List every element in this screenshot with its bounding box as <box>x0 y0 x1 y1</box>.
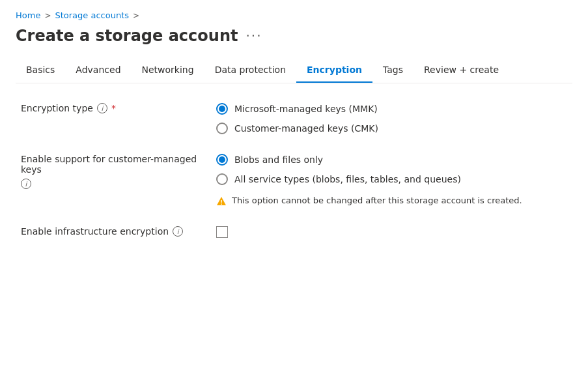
warning-text: This option cannot be changed after this… <box>232 196 522 205</box>
blobs-files-radio-option[interactable]: Blobs and files only <box>216 154 522 166</box>
breadcrumb-home[interactable]: Home <box>16 10 40 20</box>
cmk-radio-input[interactable] <box>216 123 228 134</box>
infrastructure-encryption-label-col: Enable infrastructure encryption i <box>21 225 203 237</box>
mmk-radio-label: Microsoft-managed keys (MMK) <box>234 104 378 114</box>
infrastructure-encryption-control <box>216 225 228 238</box>
infrastructure-encryption-info-icon[interactable]: i <box>173 226 183 237</box>
tab-advanced[interactable]: Advanced <box>65 58 131 83</box>
mmk-radio-input[interactable] <box>216 103 228 115</box>
encryption-type-required: * <box>111 103 116 113</box>
mmk-radio-option[interactable]: Microsoft-managed keys (MMK) <box>216 103 378 115</box>
breadcrumb-sep-1: > <box>44 11 51 20</box>
breadcrumb: Home > Storage accounts > <box>16 10 572 20</box>
tab-networking[interactable]: Networking <box>132 58 204 83</box>
customer-managed-keys-label-col: Enable support for customer-managed keys… <box>21 153 203 189</box>
encryption-form: Encryption type i * Microsoft-managed ke… <box>16 102 572 238</box>
encryption-type-row: Encryption type i * Microsoft-managed ke… <box>21 102 567 134</box>
breadcrumb-sep-2: > <box>133 11 139 20</box>
cmk-radio-label: Customer-managed keys (CMK) <box>234 123 378 134</box>
encryption-type-label: Encryption type <box>21 103 93 113</box>
page-title-row: Create a storage account ··· <box>16 27 572 45</box>
warning-row: ! This option cannot be changed after th… <box>216 196 522 207</box>
svg-text:!: ! <box>220 200 223 206</box>
encryption-type-info-icon[interactable]: i <box>97 103 107 113</box>
blobs-files-radio-input[interactable] <box>216 154 228 166</box>
tab-review-create[interactable]: Review + create <box>413 58 509 83</box>
tab-encryption[interactable]: Encryption <box>296 58 372 83</box>
page-title: Create a storage account <box>16 27 238 45</box>
infrastructure-encryption-label: Enable infrastructure encryption <box>21 226 169 237</box>
infrastructure-encryption-row: Enable infrastructure encryption i <box>21 225 567 238</box>
all-services-radio-option[interactable]: All service types (blobs, files, tables,… <box>216 173 522 185</box>
customer-managed-keys-row: Enable support for customer-managed keys… <box>21 153 567 207</box>
title-more-options[interactable]: ··· <box>245 28 262 44</box>
all-services-radio-label: All service types (blobs, files, tables,… <box>234 174 461 184</box>
customer-managed-keys-label: Enable support for customer-managed keys <box>21 154 197 175</box>
cmk-radio-option[interactable]: Customer-managed keys (CMK) <box>216 123 378 134</box>
tab-basics[interactable]: Basics <box>16 58 65 83</box>
infrastructure-encryption-checkbox[interactable] <box>216 226 228 238</box>
encryption-type-label-col: Encryption type i * <box>21 102 203 113</box>
all-services-radio-input[interactable] <box>216 173 228 185</box>
encryption-type-options: Microsoft-managed keys (MMK) Customer-ma… <box>216 102 378 134</box>
customer-managed-keys-options: Blobs and files only All service types (… <box>216 153 522 207</box>
blobs-files-radio-label: Blobs and files only <box>234 154 323 165</box>
tabs-nav: BasicsAdvancedNetworkingData protectionE… <box>16 58 572 83</box>
breadcrumb-storage-accounts[interactable]: Storage accounts <box>55 10 129 20</box>
customer-managed-keys-info-icon[interactable]: i <box>21 179 31 189</box>
warning-icon: ! <box>216 196 227 207</box>
tab-tags[interactable]: Tags <box>372 58 413 83</box>
tab-data-protection[interactable]: Data protection <box>204 58 296 83</box>
